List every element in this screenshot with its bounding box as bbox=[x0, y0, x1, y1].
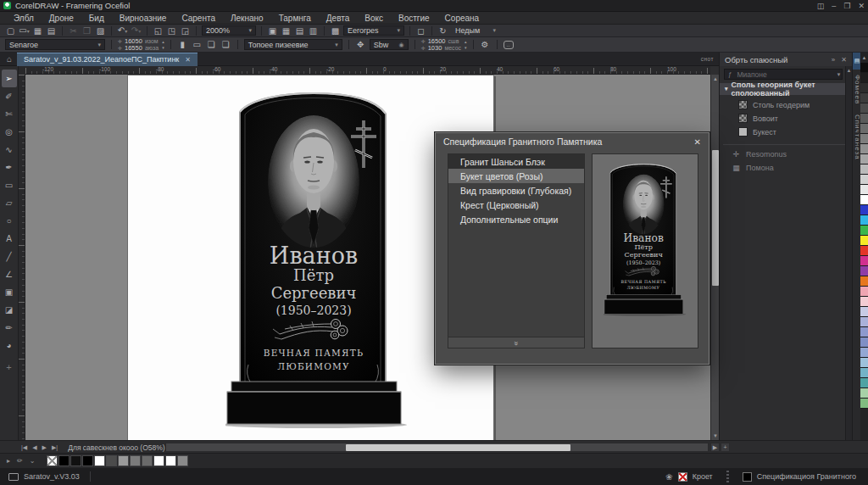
list-scroll-more-button[interactable]: » bbox=[448, 337, 584, 348]
minimize-button[interactable]: – bbox=[832, 2, 836, 10]
fill-color-swatch[interactable] bbox=[743, 472, 752, 482]
launch-icon[interactable]: ↻ bbox=[437, 25, 448, 36]
outline-none-swatch[interactable] bbox=[678, 472, 687, 482]
last-page-button[interactable]: ▶| bbox=[52, 444, 58, 451]
page-portrait-icon[interactable]: ▮ bbox=[177, 39, 188, 50]
base-plinth[interactable] bbox=[231, 382, 397, 392]
doc-palette-swatch[interactable] bbox=[94, 455, 105, 466]
palette-swatch[interactable] bbox=[860, 276, 868, 287]
show-grid-icon[interactable]: ▤ bbox=[294, 25, 305, 36]
docker-search-input[interactable] bbox=[735, 70, 832, 80]
doc-palette-swatch[interactable] bbox=[70, 455, 81, 466]
ellipse-tool[interactable]: ○ bbox=[2, 212, 17, 230]
text-tool[interactable]: А bbox=[2, 230, 17, 248]
close-button[interactable]: ✕ bbox=[858, 2, 865, 10]
units-combo[interactable]: Топоее пизеевие▾ bbox=[244, 39, 342, 50]
palette-flyout-icon[interactable]: ▸ bbox=[7, 457, 10, 465]
size-height-field[interactable]: 1030 bbox=[428, 44, 442, 52]
list-item-cross[interactable]: Крест (Церковный) bbox=[448, 198, 584, 212]
pick-tool[interactable]: ➢ bbox=[2, 70, 17, 87]
palette-swatch[interactable] bbox=[860, 226, 868, 236]
palette-swatch[interactable] bbox=[860, 114, 868, 124]
monument-first-name[interactable]: Пётр bbox=[293, 266, 334, 284]
all-pages-icon[interactable]: ❏ bbox=[206, 39, 217, 50]
options-icon[interactable]: ◻ bbox=[415, 25, 426, 36]
artistic-media-tool[interactable]: ✒ bbox=[2, 159, 17, 176]
launch-combo[interactable]: Недым▾ bbox=[451, 25, 500, 36]
dimension-tool[interactable]: ╱ bbox=[2, 248, 17, 265]
settings-gear-icon[interactable]: ⚙ bbox=[480, 39, 491, 50]
nudge-icon[interactable]: ✥ bbox=[355, 39, 366, 50]
nudge-offset-field[interactable]: Sbw◉ bbox=[370, 39, 409, 50]
menu-layout[interactable]: Вирноазние bbox=[113, 13, 174, 24]
palette-swatch[interactable] bbox=[860, 368, 868, 378]
layer-item-vovoit[interactable]: Вовоит bbox=[720, 112, 853, 125]
customize-toolbox-button[interactable]: + bbox=[2, 358, 17, 376]
polygon-tool[interactable]: ▱ bbox=[2, 194, 17, 212]
snap-icon[interactable]: ▩ bbox=[330, 25, 341, 36]
palette-swatch[interactable] bbox=[860, 83, 868, 93]
layer-group-header[interactable]: ▾ Споль геоорния букет сполоюванный bbox=[720, 83, 853, 95]
palette-swatch[interactable] bbox=[860, 134, 868, 144]
menu-effects[interactable]: Лекнано bbox=[224, 13, 270, 24]
extra-item-resomonus[interactable]: ✛ Resomonus bbox=[720, 148, 853, 160]
menu-bitmaps[interactable]: Тармнга bbox=[272, 13, 318, 24]
docker-search-box[interactable]: ƒ ▼ bbox=[724, 69, 843, 80]
palette-swatch[interactable] bbox=[860, 93, 868, 103]
object-position-fields[interactable]: ✛16050изом ✛16550аюза bbox=[118, 38, 159, 51]
home-icon[interactable]: ⌂ bbox=[7, 54, 12, 64]
palette-swatch[interactable] bbox=[860, 124, 868, 134]
palette-swatch[interactable] bbox=[860, 73, 868, 83]
menu-window[interactable]: Сореана bbox=[438, 13, 487, 24]
doc-palette-swatch[interactable] bbox=[177, 455, 188, 466]
rectangle-tool[interactable]: ▭ bbox=[2, 176, 17, 194]
horizontal-scroll-thumb[interactable] bbox=[346, 444, 570, 451]
doc-palette-swatch[interactable] bbox=[130, 455, 141, 466]
docker-title-bar[interactable]: Обрть спаюсный » ✕ bbox=[720, 53, 852, 66]
page-preset-combo[interactable]: Senaroe▾ bbox=[5, 39, 105, 50]
menu-file[interactable]: Элбл bbox=[7, 13, 41, 24]
palette-swatch[interactable] bbox=[860, 236, 868, 246]
cut-icon[interactable]: ✂ bbox=[68, 25, 79, 36]
base-pedestal[interactable] bbox=[227, 392, 401, 424]
first-page-button[interactable]: |◀ bbox=[21, 444, 27, 451]
docker-expand-icon[interactable]: » bbox=[832, 56, 835, 64]
new-document-icon[interactable]: ▢ bbox=[5, 25, 16, 36]
horizontal-ruler[interactable]: -120-100-80-60-40-20020406080100 bbox=[25, 66, 710, 75]
palette-swatch[interactable] bbox=[860, 185, 868, 195]
palette-swatch[interactable] bbox=[860, 205, 868, 215]
transparency-tool[interactable]: ◪ bbox=[2, 301, 17, 319]
interactive-fill-tool[interactable]: ◕ bbox=[2, 337, 17, 354]
filter-icon[interactable]: ▼ bbox=[836, 72, 841, 77]
dialog-close-icon[interactable]: ✕ bbox=[694, 137, 701, 147]
palette-swatch[interactable] bbox=[860, 399, 868, 409]
position-spinner[interactable]: ▴▾ bbox=[162, 39, 164, 51]
frame-tool[interactable]: ▣ bbox=[2, 283, 17, 301]
monument-epitaph-line2[interactable]: ЛЮБИМОМУ bbox=[277, 361, 349, 371]
monument-artwork[interactable]: Иванов Пётр Сергеевич (1950–2023) ВЕЧНАЯ… bbox=[225, 88, 409, 429]
palette-swatch[interactable] bbox=[860, 307, 868, 317]
connector-tool[interactable]: ∠ bbox=[2, 265, 17, 283]
palette-swatch[interactable] bbox=[860, 144, 868, 154]
vertical-scroll-thumb[interactable] bbox=[712, 150, 719, 286]
docker-scrollbar[interactable]: ▲ bbox=[845, 66, 852, 440]
palette-swatch[interactable] bbox=[860, 256, 868, 266]
doc-palette-swatch[interactable] bbox=[153, 455, 164, 466]
show-rulers-icon[interactable]: ▦ bbox=[281, 25, 292, 36]
publish-icon[interactable]: ◲ bbox=[180, 25, 191, 36]
freehand-tool[interactable]: ∿ bbox=[2, 141, 17, 159]
list-item-granite[interactable]: Гранит Шаньси Блэк bbox=[448, 154, 584, 169]
restore-button[interactable]: ❐ bbox=[843, 2, 850, 10]
quick-launch-icon[interactable]: ◫ bbox=[817, 2, 825, 10]
list-item-bouquet[interactable]: Букет цветов (Розы) bbox=[448, 169, 584, 183]
snap-to-combo[interactable]: Eerorpes▾ bbox=[343, 25, 404, 36]
list-item-extra-options[interactable]: Дополнительные опции bbox=[448, 212, 584, 226]
page-landscape-icon[interactable]: ▭ bbox=[192, 39, 203, 50]
tab-close-icon[interactable]: ✕ bbox=[185, 56, 191, 64]
feedback-icon[interactable]: ‥ bbox=[504, 41, 514, 49]
canvas-horizontal-scrollbar[interactable] bbox=[165, 443, 709, 452]
redo-icon[interactable]: ↷▾ bbox=[131, 25, 142, 37]
import-icon[interactable]: ◱ bbox=[153, 25, 164, 36]
palette-swatch[interactable] bbox=[860, 164, 868, 175]
eyedropper-icon[interactable]: ✏ bbox=[17, 457, 23, 465]
